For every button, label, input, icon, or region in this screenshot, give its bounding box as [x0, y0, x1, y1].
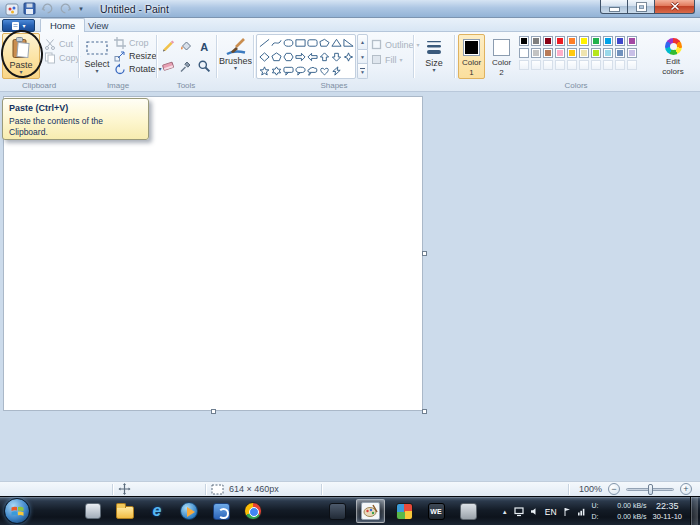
show-desktop-button[interactable] — [690, 497, 698, 525]
palette-swatch-empty[interactable] — [603, 60, 613, 70]
shape-rectangle[interactable] — [294, 36, 306, 50]
text-tool-button[interactable]: A — [195, 36, 213, 56]
palette-swatch-99d9ea[interactable] — [603, 48, 613, 58]
maximize-button[interactable] — [628, 0, 654, 14]
shape-arrow-down[interactable] — [330, 50, 342, 64]
palette-swatch-empty[interactable] — [579, 60, 589, 70]
shape-polygon[interactable] — [318, 36, 330, 50]
minimize-button[interactable] — [600, 0, 628, 14]
language-indicator[interactable]: EN — [545, 507, 557, 517]
shape-curve[interactable] — [270, 36, 282, 50]
taskbar-blue-app-icon[interactable] — [208, 499, 234, 523]
shape-lightning[interactable] — [330, 64, 342, 78]
palette-swatch-00a2e8[interactable] — [603, 36, 613, 46]
save-icon[interactable] — [22, 1, 37, 16]
taskbar-paint-icon[interactable] — [356, 499, 385, 523]
taskbar-dark-app-icon[interactable] — [324, 499, 350, 523]
taskbar-explorer-icon[interactable] — [112, 499, 138, 523]
palette-swatch-ffffff[interactable] — [519, 48, 529, 58]
palette-swatch-empty[interactable] — [627, 60, 637, 70]
tray-icon-2[interactable] — [530, 507, 539, 516]
magnifier-tool-button[interactable] — [195, 56, 213, 76]
paint-app-icon[interactable] — [4, 1, 19, 16]
brushes-button[interactable]: Brushes ▾ — [219, 33, 252, 79]
shape-diamond[interactable] — [258, 50, 270, 64]
qat-dropdown-icon[interactable]: ▾ — [76, 1, 86, 16]
shape-line[interactable] — [258, 36, 270, 50]
fill-tool-button[interactable] — [177, 36, 195, 56]
palette-swatch-fff200[interactable] — [579, 36, 589, 46]
resize-button[interactable]: Resize — [114, 49, 157, 62]
drawing-canvas[interactable] — [3, 96, 423, 411]
shape-star-5[interactable] — [258, 64, 270, 78]
palette-swatch-empty[interactable] — [543, 60, 553, 70]
canvas-resize-handle-bottom[interactable] — [211, 409, 216, 414]
palette-swatch-ed1c24[interactable] — [555, 36, 565, 46]
tray-icon-1[interactable] — [514, 507, 524, 517]
taskbar-colorful-app-icon[interactable] — [391, 499, 417, 523]
crop-button[interactable]: Crop — [114, 36, 149, 49]
hidden-icons-chevron[interactable]: ▲ — [502, 509, 508, 515]
palette-swatch-000000[interactable] — [519, 36, 529, 46]
canvas-resize-handle-right[interactable] — [422, 251, 427, 256]
taskbar-we-app-icon[interactable]: WE — [423, 499, 449, 523]
taskbar-chrome-icon[interactable] — [240, 499, 266, 523]
tray-icon-4[interactable] — [577, 507, 586, 516]
shape-hexagon[interactable] — [282, 50, 294, 64]
shape-triangle[interactable] — [330, 36, 342, 50]
taskbar-media-player-icon[interactable] — [176, 499, 202, 523]
select-button[interactable]: Select ▾ — [82, 33, 112, 79]
shape-rounded-rectangle[interactable] — [306, 36, 318, 50]
tab-view[interactable]: View — [79, 18, 117, 32]
shape-heart[interactable] — [318, 64, 330, 78]
palette-swatch-7f7f7f[interactable] — [531, 36, 541, 46]
palette-swatch-880015[interactable] — [543, 36, 553, 46]
palette-swatch-a349a4[interactable] — [627, 36, 637, 46]
canvas-resize-handle-corner[interactable] — [422, 409, 427, 414]
copy-button[interactable]: Copy — [44, 51, 80, 64]
clock[interactable]: 22:35 30-11-10 — [653, 501, 682, 522]
palette-swatch-empty[interactable] — [591, 60, 601, 70]
palette-swatch-empty[interactable] — [615, 60, 625, 70]
shape-callout-oval[interactable] — [294, 64, 306, 78]
shape-star-4[interactable] — [342, 50, 354, 64]
cut-button[interactable]: Cut — [44, 37, 73, 50]
zoom-slider-thumb[interactable] — [648, 484, 653, 495]
color1-button[interactable]: Color 1 — [458, 34, 485, 79]
shape-callout-rounded[interactable] — [282, 64, 294, 78]
shapes-more-button[interactable]: ▼ — [357, 64, 368, 79]
shape-fill-button[interactable]: Fill ▾ — [371, 53, 403, 66]
start-button[interactable] — [4, 498, 30, 524]
close-button[interactable] — [654, 0, 695, 14]
shape-arrow-left[interactable] — [306, 50, 318, 64]
color2-button[interactable]: Color 2 — [488, 34, 515, 79]
rotate-button[interactable]: Rotate ▾ — [114, 62, 162, 75]
palette-swatch-b97a57[interactable] — [543, 48, 553, 58]
zoom-in-button[interactable]: + — [680, 483, 692, 495]
palette-swatch-efe4b0[interactable] — [579, 48, 589, 58]
network-speed-indicator[interactable]: U: 0.00 kB/s D: 0.00 kB/s — [592, 501, 647, 521]
palette-swatch-7092be[interactable] — [615, 48, 625, 58]
shape-callout-cloud[interactable] — [306, 64, 318, 78]
shape-right-triangle[interactable] — [342, 36, 354, 50]
size-button[interactable]: Size ▾ — [417, 33, 451, 79]
palette-swatch-empty[interactable] — [519, 60, 529, 70]
pencil-tool-button[interactable] — [159, 36, 177, 56]
palette-swatch-c8bfe7[interactable] — [627, 48, 637, 58]
taskbar-internet-explorer-icon[interactable]: e — [144, 499, 170, 523]
palette-swatch-ffc90e[interactable] — [567, 48, 577, 58]
shapes-scroll-up-button[interactable]: ▲ — [357, 34, 368, 50]
zoom-slider[interactable] — [626, 488, 674, 491]
shape-pentagon[interactable] — [270, 50, 282, 64]
palette-swatch-3f48cc[interactable] — [615, 36, 625, 46]
shape-star-6[interactable] — [270, 64, 282, 78]
color-picker-tool-button[interactable] — [177, 56, 195, 76]
palette-swatch-b5e61d[interactable] — [591, 48, 601, 58]
palette-swatch-c3c3c3[interactable] — [531, 48, 541, 58]
palette-swatch-empty[interactable] — [531, 60, 541, 70]
shape-arrow-right[interactable] — [294, 50, 306, 64]
shapes-scroll-down-button[interactable]: ▼ — [357, 50, 368, 65]
undo-icon[interactable] — [40, 1, 55, 16]
palette-swatch-ff7f27[interactable] — [567, 36, 577, 46]
shape-arrow-up[interactable] — [318, 50, 330, 64]
